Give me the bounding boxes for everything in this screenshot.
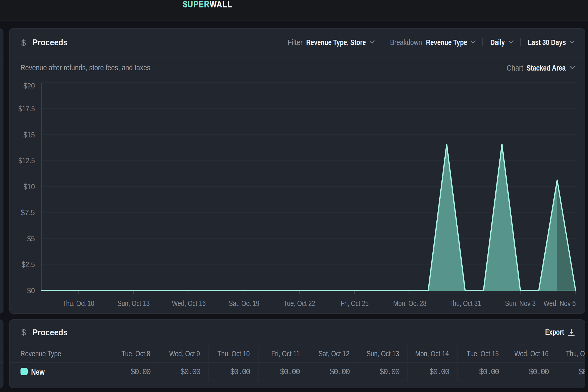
svg-text:Fri, Oct 25: Fri, Oct 25 [341,299,368,308]
svg-text:Wed, Nov 6: Wed, Nov 6 [544,299,576,308]
svg-text:Sun, Oct 13: Sun, Oct 13 [118,299,150,308]
svg-text:$10: $10 [23,182,35,191]
svg-text:Sat, Oct 19: Sat, Oct 19 [229,299,259,308]
svg-text:Wed, Oct 16: Wed, Oct 16 [172,299,206,308]
svg-text:$0: $0 [27,286,35,295]
svg-text:$17.5: $17.5 [18,104,35,113]
svg-text:Sun, Nov 3: Sun, Nov 3 [505,299,536,308]
svg-text:$20: $20 [23,81,35,90]
svg-text:$5: $5 [27,234,35,243]
svg-text:$15: $15 [23,130,35,139]
svg-text:$2.5: $2.5 [22,260,35,269]
svg-text:Mon, Oct 28: Mon, Oct 28 [393,299,426,308]
svg-text:Tue, Oct 22: Tue, Oct 22 [284,299,315,308]
svg-text:Thu, Oct 10: Thu, Oct 10 [62,299,94,308]
svg-text:$12.5: $12.5 [18,156,35,165]
svg-text:$7.5: $7.5 [21,208,35,217]
svg-text:Thu, Oct 31: Thu, Oct 31 [449,299,481,308]
